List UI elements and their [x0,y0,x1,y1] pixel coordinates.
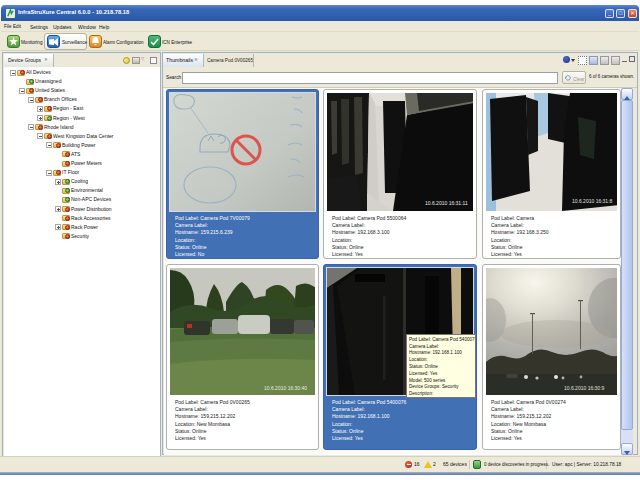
svg-text:10.6.2010 16:31:11: 10.6.2010 16:31:11 [425,200,468,206]
svg-text:10.6.2010 16:30:9: 10.6.2010 16:30:9 [564,385,605,391]
svg-text:10.6.2010 16:31:8: 10.6.2010 16:31:8 [572,198,613,204]
svg-text:10.6.2010 16:30:40: 10.6.2010 16:30:40 [264,385,307,391]
